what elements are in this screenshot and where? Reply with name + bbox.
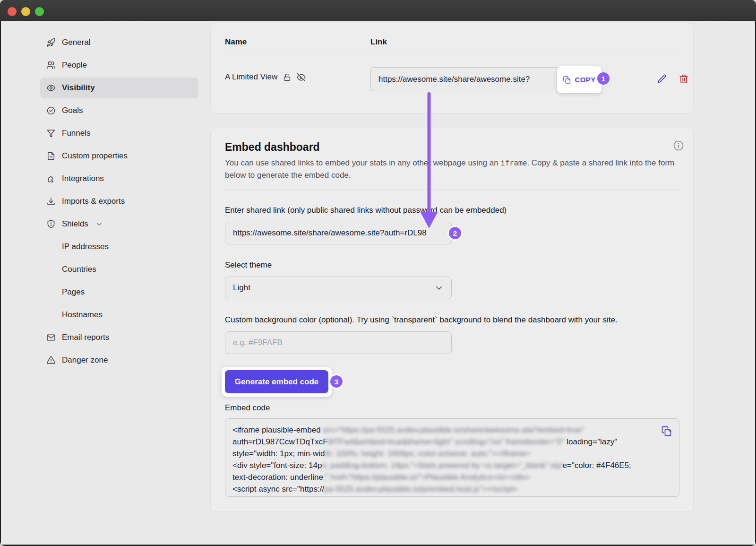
trash-icon [679,74,689,84]
generate-embed-code-button[interactable]: Generate embed code [225,370,328,393]
code-line: style="width: 1px; min-width: 100%; heig… [232,448,658,459]
bg-color-input[interactable] [225,331,452,354]
shared-link-name: A Limited View [225,72,277,82]
sidebar-item-label: Integrations [62,174,104,183]
shield-icon [46,219,56,229]
sidebar-item-goals[interactable]: Goals [40,100,198,121]
main-panel: Name Link A Limited View COPY 1 [210,21,755,545]
embed-dashboard-card: Embed dashboard You can use shared links… [210,128,694,512]
section-divider [225,190,679,190]
unlock-icon [283,73,292,82]
check-circle-icon [46,106,56,115]
minimize-window-button[interactable] [21,7,30,16]
sidebar-item-countries[interactable]: Countries [40,259,198,280]
sidebar-item-pages[interactable]: Pages [40,282,198,303]
theme-field-label: Select theme [225,260,683,270]
shared-links-card: Name Link A Limited View COPY 1 [210,23,694,113]
sidebar-item-label: Custom properties [62,151,128,161]
sidebar-item-label: Pages [62,287,85,297]
embed-description-text: You can use shared links to embed your s… [225,158,500,167]
info-icon[interactable] [673,140,684,151]
sidebar-item-label: People [62,61,87,70]
sidebar-item-people[interactable]: People [40,55,198,76]
people-icon [46,61,56,70]
link-column-header: Link [370,37,387,47]
sidebar-item-label: Imports & exports [62,197,125,206]
code-line: auth=rDL987CcwTDqTxcF9iTFw4&embed=true&t… [232,436,658,448]
sidebar-item-label: Funnels [62,129,90,138]
sidebar-item-visibility[interactable]: Visibility [40,78,198,98]
puzzle-icon [46,174,56,183]
rocket-icon [46,38,56,47]
eye-off-icon [297,73,306,82]
window-titlebar [0,0,756,21]
sidebar-item-integrations[interactable]: Integrations [40,168,198,189]
code-line: text-decoration: underline;" href="https… [232,471,658,483]
code-line: <div style="font-size: 14px; padding-bot… [232,459,658,471]
step-3-badge: 3 [330,375,343,388]
app-window: General People Visibility Goals Funnels … [0,0,756,546]
download-icon [46,197,56,206]
zoom-window-button[interactable] [35,7,44,16]
code-line: <iframe plausible-embed src="https://pa-… [232,424,658,436]
step-2-badge: 2 [449,227,461,239]
copy-button-label: COPY [575,76,595,84]
code-line: <script async src="https://pa-5525.avdev… [232,483,658,495]
chevron-down-icon [95,220,103,228]
close-window-button[interactable] [8,7,17,16]
copy-icon [563,76,571,84]
pencil-icon [657,74,667,84]
mail-icon [46,333,56,342]
embed-code-textarea[interactable]: <iframe plausible-embed src="https://pa-… [225,418,679,497]
theme-selected-value: Light [233,283,250,293]
name-column-header: Name [225,37,247,47]
document-icon [46,151,56,161]
sidebar-item-label: Email reports [62,333,109,342]
embed-dashboard-title: Embed dashboard [225,141,320,154]
theme-select[interactable]: Light [225,277,452,299]
embed-description: You can use shared links to embed your s… [225,157,682,182]
iframe-code-token: iframe [500,159,527,167]
embed-code-field-label: Embed code [225,403,683,413]
copy-embed-code-button[interactable] [661,425,672,437]
edit-link-button[interactable] [657,74,667,84]
chevron-down-icon [434,283,444,293]
sidebar-item-label: Danger zone [62,355,108,365]
page-content: General People Visibility Goals Funnels … [1,21,755,545]
sidebar-item-label: Visibility [62,83,95,93]
copy-link-button[interactable]: COPY [557,66,601,93]
step-1-badge: 1 [597,72,610,85]
sidebar-item-danger-zone[interactable]: Danger zone [40,350,198,371]
shared-link-url-input[interactable] [370,67,589,91]
sidebar-item-label: Hostnames [62,310,103,320]
sidebar-item-imports-exports[interactable]: Imports & exports [40,191,198,212]
shared-link-field-label: Enter shared link (only public shared li… [225,206,683,215]
sidebar-item-shields[interactable]: Shields [40,214,198,234]
funnel-icon [46,129,56,138]
settings-sidebar: General People Visibility Goals Funnels … [1,21,210,545]
warning-icon [46,355,56,365]
sidebar-item-label: IP addresses [62,242,109,251]
sidebar-item-ip-addresses[interactable]: IP addresses [40,236,198,257]
sidebar-item-label: Shields [62,219,88,229]
bg-color-field-label: Custom background color (optional). Try … [225,315,683,325]
sidebar-item-email-reports[interactable]: Email reports [40,327,198,348]
delete-link-button[interactable] [679,74,689,84]
embed-shared-link-input[interactable] [225,222,452,244]
sidebar-item-label: General [62,38,90,47]
shared-link-row: A Limited View [225,72,306,82]
sidebar-item-general[interactable]: General [40,32,198,53]
eye-icon [46,83,56,93]
sidebar-item-label: Goals [62,106,83,115]
sidebar-item-label: Countries [62,265,96,274]
sidebar-item-custom-properties[interactable]: Custom properties [40,146,198,166]
sidebar-item-funnels[interactable]: Funnels [40,123,198,144]
sidebar-item-hostnames[interactable]: Hostnames [40,304,198,325]
table-header-divider [225,55,679,55]
